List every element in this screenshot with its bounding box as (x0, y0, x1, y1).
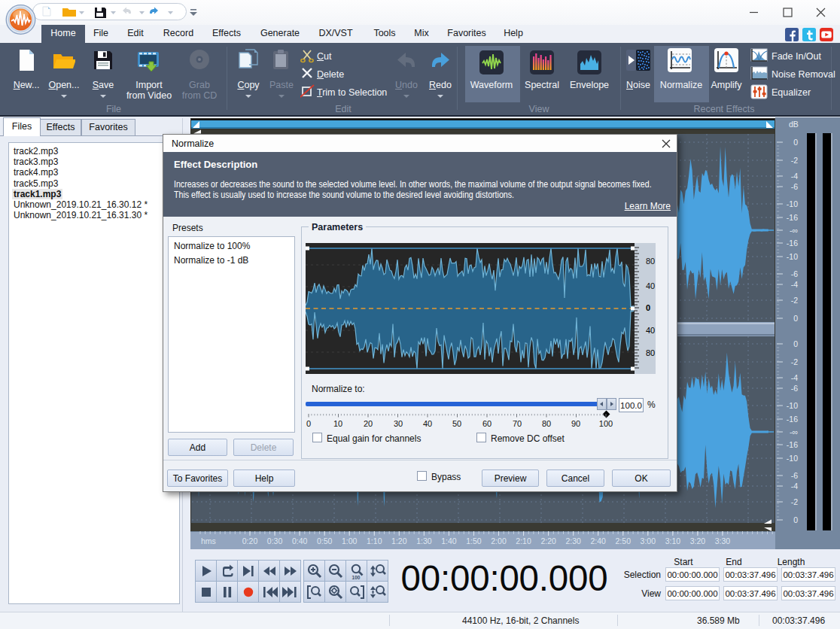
svg-text:-2: -2 (791, 497, 798, 506)
svg-text:-∞: -∞ (790, 427, 798, 436)
svg-text:1:50: 1:50 (466, 536, 482, 545)
svg-text:0: 0 (793, 339, 798, 348)
svg-text:-16: -16 (787, 239, 798, 248)
svg-text:2:50: 2:50 (616, 536, 632, 545)
svg-text:0:30: 0:30 (267, 536, 283, 545)
svg-text:-6: -6 (791, 269, 798, 278)
svg-text:dB: dB (789, 120, 799, 129)
svg-text:1:30: 1:30 (416, 536, 432, 545)
svg-text:2:10: 2:10 (516, 536, 531, 545)
svg-text:-6: -6 (791, 182, 798, 191)
svg-text:3:00: 3:00 (641, 536, 656, 545)
svg-text:hms: hms (201, 536, 216, 545)
svg-text:-16: -16 (787, 213, 798, 222)
svg-text:1:40: 1:40 (441, 536, 457, 545)
svg-text:-6: -6 (791, 471, 798, 480)
svg-text:1:10: 1:10 (367, 536, 382, 545)
svg-text:-4: -4 (791, 373, 798, 382)
svg-text:-10: -10 (787, 199, 798, 208)
svg-text:80: 80 (646, 348, 655, 357)
svg-text:-16: -16 (787, 415, 798, 424)
svg-text:2:00: 2:00 (491, 536, 507, 545)
svg-text:0:20: 0:20 (242, 536, 258, 545)
svg-text:0: 0 (793, 314, 798, 323)
svg-text:80: 80 (646, 257, 655, 266)
svg-text:3:20: 3:20 (690, 536, 706, 545)
svg-text:0:40: 0:40 (292, 536, 308, 545)
svg-text:1:00: 1:00 (342, 536, 358, 545)
svg-text:40: 40 (646, 326, 655, 335)
svg-text:2:40: 2:40 (590, 536, 606, 545)
svg-text:-6: -6 (791, 384, 798, 393)
svg-text:-4: -4 (791, 280, 798, 289)
svg-text:0:50: 0:50 (317, 536, 333, 545)
svg-text:2:20: 2:20 (540, 536, 556, 545)
svg-text:100: 100 (352, 575, 360, 580)
svg-text:3:30: 3:30 (715, 536, 731, 545)
svg-text:-2: -2 (791, 357, 798, 366)
svg-text:-2: -2 (791, 296, 798, 305)
svg-text:-16: -16 (787, 440, 798, 449)
svg-text:-10: -10 (787, 401, 798, 410)
svg-text:-4: -4 (791, 172, 798, 181)
svg-text:-10: -10 (787, 454, 798, 463)
svg-text:-10: -10 (787, 252, 798, 261)
svg-text:1:20: 1:20 (391, 536, 407, 545)
svg-text:40: 40 (646, 281, 655, 290)
svg-text:-4: -4 (791, 482, 798, 491)
svg-text:0: 0 (646, 303, 650, 312)
svg-text:2:30: 2:30 (565, 536, 581, 545)
svg-text:-∞: -∞ (790, 226, 798, 235)
svg-text:0: 0 (793, 515, 798, 524)
svg-text:3:10: 3:10 (665, 536, 681, 545)
svg-text:-2: -2 (791, 156, 798, 165)
svg-text:0: 0 (793, 138, 798, 147)
